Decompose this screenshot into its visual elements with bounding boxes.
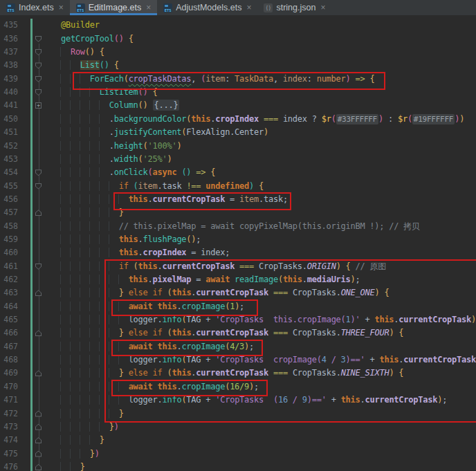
code-line-471[interactable]: 471 logger.info(TAG + 'CropTasks (16 / 9…: [0, 394, 476, 407]
line-number: 469: [0, 367, 18, 380]
indent-guide: [80, 275, 90, 284]
fold-collapse-icon[interactable]: [35, 89, 42, 96]
token: logger: [129, 315, 158, 324]
code-line-475[interactable]: 475 }): [0, 447, 476, 461]
code-line-451[interactable]: 451 .justifyContent(FlexAlign.Center): [0, 126, 476, 139]
fold-collapse-icon[interactable]: [35, 183, 42, 190]
code-line-461[interactable]: 461 if (this.currentCropTask === CropTas…: [0, 260, 476, 273]
code-line-465[interactable]: 465 logger.info(TAG + 'CropTasks this.cr…: [0, 313, 476, 326]
fold-end-icon[interactable]: [35, 330, 42, 337]
code-line-456[interactable]: 456 this.currentCropTask = item.task;: [0, 193, 476, 206]
token: async: [153, 167, 177, 177]
indent-guide: [80, 449, 90, 459]
token: :: [307, 74, 317, 84]
code-line-473[interactable]: 473 }): [0, 421, 476, 434]
fold-end-icon[interactable]: [35, 464, 42, 471]
token: (): [186, 234, 196, 244]
indent-guide: [80, 154, 90, 164]
token: Row: [71, 47, 85, 57]
fold-collapse-icon[interactable]: [35, 264, 42, 270]
tab-index-ets[interactable]: Index.ets×: [0, 0, 70, 15]
code-line-439[interactable]: 439 ForEach(cropTaskDatas, (item: TaskDa…: [0, 73, 476, 86]
fold-collapse-icon[interactable]: [35, 76, 42, 83]
code-line-463[interactable]: 463 } else if (this.currentCropTask === …: [0, 286, 476, 299]
code-line-474[interactable]: 474 }: [0, 434, 476, 447]
code-line-467[interactable]: 467 await this.cropImage(4/3);: [0, 340, 476, 353]
tab-adjustmodels-ets[interactable]: AdjustModels.ets×: [157, 0, 257, 15]
token: 3: [341, 355, 346, 364]
fold-end-icon[interactable]: [35, 437, 42, 444]
code-line-462[interactable]: 462 this.pixelMap = await readImage(this…: [0, 273, 476, 286]
fold-end-icon[interactable]: [35, 424, 42, 431]
code-line-450[interactable]: 450 .backgroundColor(this.cropIndex === …: [0, 113, 476, 126]
token: if: [119, 261, 129, 271]
code-line-472[interactable]: 472 }: [0, 407, 476, 421]
code-line-453[interactable]: 453 .width('25%'): [0, 153, 476, 166]
code-line-438[interactable]: 438 List() {: [0, 59, 476, 72]
fold-end-icon[interactable]: [35, 411, 42, 418]
fold-end-icon[interactable]: [35, 451, 42, 458]
tab-string-json[interactable]: string.json×: [257, 0, 331, 15]
code-line-458[interactable]: 458 // this.pixelMap = await copyPixelMa…: [0, 220, 476, 233]
line-number: 454: [0, 166, 18, 179]
fold-end-icon[interactable]: [35, 290, 42, 297]
fold-collapse-icon[interactable]: [35, 169, 42, 176]
token: ;: [442, 395, 447, 405]
line-number: 472: [0, 407, 18, 421]
code-line-454[interactable]: 454 .onClick(async () => {: [0, 166, 476, 179]
token: this: [191, 114, 210, 124]
tab-close-icon[interactable]: ×: [146, 3, 151, 12]
code-line-455[interactable]: 455 if (item.task !== undefined) {: [0, 180, 476, 193]
indent-guide: [51, 181, 61, 191]
code-line-457[interactable]: 457 }: [0, 206, 476, 219]
tab-close-icon[interactable]: ×: [59, 3, 64, 12]
indent-guide: [80, 342, 90, 351]
fold-collapse-icon[interactable]: [35, 62, 42, 69]
token: item: [205, 74, 225, 84]
indent-guide: [109, 275, 119, 284]
tab-close-icon[interactable]: ×: [246, 3, 251, 12]
indent-guide: [60, 422, 71, 432]
token: {: [259, 181, 264, 191]
indent-guide: [51, 100, 61, 110]
token: // 原图: [356, 261, 386, 271]
indent-guide: [51, 141, 61, 151]
tab-editimage-ets[interactable]: EditImage.ets×: [70, 0, 157, 15]
token: [278, 114, 283, 124]
code-line-437[interactable]: 437 Row() {: [0, 46, 476, 59]
indent-guide: [89, 181, 100, 191]
code-line-469[interactable]: 469 } else if (this.currentCropTask === …: [0, 367, 476, 380]
code-line-436[interactable]: 436 getCropTool() {: [0, 33, 476, 46]
token: ): [167, 154, 172, 164]
fold-expand-icon[interactable]: +: [35, 102, 42, 109]
code-line-460[interactable]: 460 this.cropIndex = index;: [0, 246, 476, 259]
line-number: 460: [0, 246, 18, 259]
line-number: 458: [0, 220, 18, 233]
token: {: [153, 87, 158, 97]
token: ): [351, 275, 356, 284]
line-number: 451: [0, 126, 18, 139]
indent-guide: [99, 127, 109, 137]
code-line-476[interactable]: 476 }: [0, 461, 476, 471]
token: this: [129, 194, 148, 204]
indent-guide: [89, 248, 100, 257]
code-line-435[interactable]: 435 @Builder: [0, 19, 476, 32]
token: ;: [283, 194, 288, 204]
fold-end-icon[interactable]: [35, 370, 42, 377]
code-line-440[interactable]: 440 ListItem() {: [0, 86, 476, 99]
code-line-464[interactable]: 464 await this.cropImage(1);: [0, 300, 476, 313]
code-line-466[interactable]: 466 } else if (this.currentCropTask === …: [0, 326, 476, 340]
indent-guide: [99, 395, 109, 405]
token: ;: [249, 342, 254, 351]
code-line-441[interactable]: 441+ Column() {...}: [0, 99, 476, 112]
fold-collapse-icon[interactable]: [35, 49, 42, 56]
code-line-468[interactable]: 468 logger.info(TAG + 'CropTasks cropIma…: [0, 353, 476, 367]
tab-close-icon[interactable]: ×: [320, 3, 325, 12]
code-line-459[interactable]: 459 this.flushPage();: [0, 233, 476, 246]
code-line-452[interactable]: 452 .height('100%'): [0, 140, 476, 153]
code-editor[interactable]: 434435 @Builder436 getCropTool() {437 Ro…: [0, 16, 476, 471]
fold-collapse-icon[interactable]: [35, 36, 42, 43]
fold-end-icon[interactable]: [35, 210, 42, 216]
indent-guide: [60, 60, 71, 70]
code-line-470[interactable]: 470 await this.cropImage(16/9);: [0, 380, 476, 394]
